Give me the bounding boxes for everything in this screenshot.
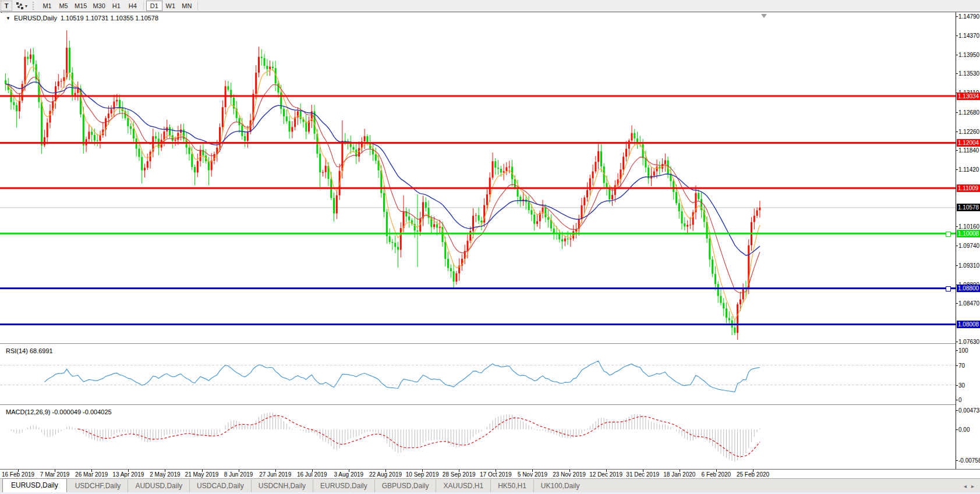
timeframe-button-h4[interactable]: H4 bbox=[125, 1, 140, 10]
rsi-tick-label: 30 bbox=[958, 382, 965, 389]
tab-item-usdcad-daily[interactable]: USDCAD,Daily bbox=[189, 479, 251, 493]
ma-line-34 bbox=[6, 82, 760, 255]
timeframe-button-m1[interactable]: M1 bbox=[40, 1, 55, 10]
level-price-label: 1.12004 bbox=[957, 139, 980, 147]
level-line-handle[interactable] bbox=[946, 286, 951, 292]
text-tool-button[interactable]: T bbox=[1, 1, 12, 11]
axis-tick bbox=[956, 150, 958, 151]
timeframe-button-m15[interactable]: M15 bbox=[72, 1, 89, 10]
axis-tick bbox=[956, 112, 958, 113]
rsi-pane[interactable] bbox=[0, 345, 956, 404]
symbol-dropdown-icon[interactable]: ▼ bbox=[6, 16, 10, 21]
macd-signal-line bbox=[78, 415, 760, 456]
price-axis[interactable]: 1.147901.143701.139501.135301.131101.126… bbox=[956, 12, 980, 469]
ma-line-5 bbox=[6, 67, 760, 321]
toolbar-separator bbox=[197, 2, 198, 10]
tab-item-hk50-h1[interactable]: HK50,H1 bbox=[490, 479, 533, 493]
tab-item-eurusd-daily[interactable]: EURUSD,Daily bbox=[2, 478, 67, 493]
axis-tick bbox=[956, 400, 958, 400]
macd-tick-label: 0.00 bbox=[958, 427, 970, 433]
terminal-window: T ▾ M1M5M15M30H1H4D1W1MN ▼ EURUSD,Daily … bbox=[0, 0, 980, 494]
macd-label: MACD(12,26,9) -0.000049 -0.004025 bbox=[6, 408, 112, 415]
level-price-label: 1.08800 bbox=[957, 285, 980, 292]
axis-tick bbox=[956, 73, 958, 74]
tab-item-uk100-daily[interactable]: UK100,Daily bbox=[533, 479, 587, 493]
main-chart-pane[interactable] bbox=[0, 13, 956, 343]
timeframe-button-w1[interactable]: W1 bbox=[163, 1, 178, 10]
axis-tick bbox=[956, 342, 958, 342]
price-tick-label: 1.13530 bbox=[958, 70, 979, 77]
tab-nav-right-icon[interactable]: ▸ bbox=[971, 483, 974, 489]
price-tick-label: 1.07630 bbox=[958, 339, 979, 345]
timeframe-button-mn[interactable]: MN bbox=[179, 1, 194, 10]
window-border bbox=[0, 12, 980, 12]
level-price-label: 1.11009 bbox=[957, 184, 980, 192]
axis-tick bbox=[956, 303, 958, 304]
macd-tick-label: 0.004738 bbox=[958, 407, 980, 414]
rsi-tick-label: 100 bbox=[958, 347, 968, 354]
price-tick-label: 1.09740 bbox=[958, 243, 979, 249]
axis-tick bbox=[956, 265, 958, 266]
chart-header: ▼ EURUSD,Daily 1.10519 1.10731 1.10355 1… bbox=[6, 15, 158, 22]
rsi-tick-label: 70 bbox=[958, 362, 965, 369]
tab-item-usdcnh-daily[interactable]: USDCNH,Daily bbox=[251, 479, 313, 493]
tab-bar: EURUSD,DailyUSDCHF,DailyAUDUSD,DailyUSDC… bbox=[0, 478, 980, 493]
chevron-down-icon[interactable]: ▾ bbox=[25, 3, 27, 9]
axis-tick bbox=[956, 132, 958, 132]
axis-tick bbox=[956, 35, 958, 36]
main-chart-svg[interactable] bbox=[0, 13, 956, 343]
tab-nav-left-icon[interactable]: ◂ bbox=[964, 483, 967, 489]
chart-ohlc-values: 1.10519 1.10731 1.10355 1.10578 bbox=[61, 15, 158, 22]
toolbar-grip[interactable] bbox=[33, 2, 37, 10]
toolbar-separator bbox=[143, 2, 144, 10]
rsi-line bbox=[44, 361, 760, 392]
candles-layer bbox=[5, 30, 760, 340]
level-price-label: 1.08008 bbox=[957, 321, 980, 328]
timeframe-group: M1M5M15M30H1H4D1W1MN bbox=[39, 1, 200, 10]
axis-tick bbox=[956, 365, 958, 366]
timeframe-button-h1[interactable]: H1 bbox=[109, 1, 124, 10]
price-tick-label: 1.08470 bbox=[958, 300, 979, 307]
rsi-label: RSI(14) 68.6991 bbox=[6, 347, 53, 354]
timeframe-button-m30[interactable]: M30 bbox=[90, 1, 107, 10]
tab-nav: ◂▸ bbox=[964, 483, 974, 489]
level-price-label: 1.13034 bbox=[957, 93, 980, 100]
axis-tick bbox=[956, 410, 958, 411]
macd-pane[interactable] bbox=[0, 406, 956, 469]
price-tick-label: 1.14790 bbox=[958, 13, 979, 20]
rsi-svg[interactable] bbox=[0, 345, 956, 404]
timeframe-button-m5[interactable]: M5 bbox=[56, 1, 71, 10]
tab-item-gbpusd-daily[interactable]: GBPUSD,Daily bbox=[374, 479, 436, 493]
macd-tick-label: -0.007584 bbox=[958, 457, 980, 464]
axis-tick bbox=[956, 460, 958, 461]
date-axis[interactable]: 16 Feb 20197 Mar 201926 Mar 201913 Apr 2… bbox=[0, 469, 980, 479]
timeframe-button-d1[interactable]: D1 bbox=[147, 1, 162, 10]
axis-tick bbox=[956, 385, 958, 386]
tab-item-usdchf-daily[interactable]: USDCHF,Daily bbox=[68, 479, 128, 493]
price-tick-label: 1.12260 bbox=[958, 129, 979, 135]
crosshair-tool-icon bbox=[16, 2, 24, 10]
price-tick-label: 1.13950 bbox=[958, 52, 979, 58]
price-tick-label: 1.11840 bbox=[958, 147, 979, 154]
tab-item-xauusd-h1[interactable]: XAUUSD,H1 bbox=[436, 479, 490, 493]
axis-tick bbox=[956, 429, 958, 430]
axis-tick bbox=[956, 246, 958, 246]
macd-svg[interactable] bbox=[0, 406, 956, 469]
chart-title: EURUSD,Daily bbox=[14, 15, 57, 22]
axis-tick bbox=[956, 350, 958, 351]
axis-tick bbox=[956, 55, 958, 55]
axis-tick bbox=[956, 226, 958, 227]
level-line-handle[interactable] bbox=[946, 232, 951, 237]
chart-shift-marker bbox=[761, 14, 767, 18]
level-price-label: 1.10008 bbox=[957, 230, 980, 237]
price-tick-label: 1.11420 bbox=[958, 166, 979, 173]
date-label: 25 Feb 2020 bbox=[727, 471, 779, 478]
price-tick-label: 1.12680 bbox=[958, 109, 979, 116]
current-price-label: 1.10578 bbox=[957, 204, 980, 211]
ma-line-13 bbox=[6, 77, 760, 293]
toolbar: T ▾ M1M5M15M30H1H4D1W1MN bbox=[0, 0, 980, 12]
tab-item-audusd-daily[interactable]: AUDUSD,Daily bbox=[128, 479, 189, 493]
tab-item-eurusd-daily[interactable]: EURUSD,Daily bbox=[313, 479, 374, 493]
macd-histogram bbox=[6, 413, 760, 461]
crosshair-tool-button[interactable]: ▾ bbox=[13, 1, 30, 10]
